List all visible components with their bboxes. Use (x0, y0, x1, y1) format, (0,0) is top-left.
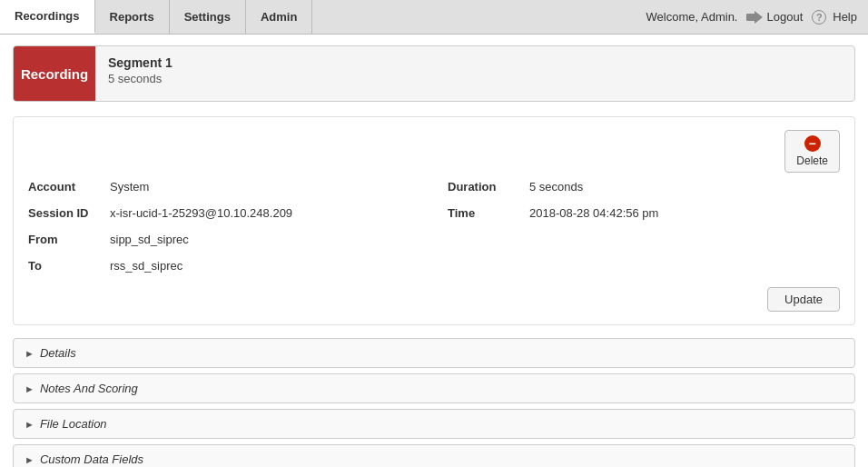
from-value: sipp_sd_siprec (110, 233, 189, 246)
session-id-value: x-isr-ucid-1-25293@10.10.248.209 (110, 206, 292, 220)
update-button[interactable]: Update (767, 287, 840, 312)
recording-thumb-label: Recording (21, 66, 88, 82)
segment-duration: 5 seconds (108, 72, 842, 85)
question-icon: ? (812, 10, 826, 25)
collapsible-notes-header[interactable]: ► Notes And Scoring (14, 374, 854, 402)
fields-left: Account System Session ID x-isr-ucid-1-2… (28, 180, 420, 273)
duration-field-row: Duration 5 seconds (448, 180, 840, 194)
chevron-right-icon-2: ► (25, 383, 35, 394)
recording-info: Segment 1 5 seconds (95, 46, 854, 101)
fields-grid: Account System Session ID x-isr-ucid-1-2… (28, 180, 840, 273)
collapsible-details: ► Details (13, 338, 855, 368)
collapsible-custom-data: ► Custom Data Fields (13, 444, 855, 467)
session-id-label: Session ID (28, 206, 101, 220)
nav-tabs: Recordings Reports Settings Admin (0, 0, 312, 34)
collapsible-details-header[interactable]: ► Details (14, 339, 854, 367)
recording-thumbnail: Recording (14, 46, 95, 101)
delete-button[interactable]: − Delete (784, 130, 840, 173)
collapsible-file-location-label: File Location (40, 417, 107, 431)
account-field-row: Account System (28, 180, 420, 194)
collapsible-custom-data-header[interactable]: ► Custom Data Fields (14, 445, 854, 467)
main-content: Recording Segment 1 5 seconds − Delete A… (0, 35, 868, 467)
to-label: To (28, 259, 101, 273)
duration-label: Duration (448, 180, 520, 194)
from-label: From (28, 233, 101, 246)
time-value: 2018-08-28 04:42:56 pm (529, 206, 658, 220)
collapsible-sections: ► Details ► Notes And Scoring ► File Loc… (13, 338, 855, 467)
collapsible-file-location: ► File Location (13, 409, 855, 439)
fields-right: Duration 5 seconds Time 2018-08-28 04:42… (448, 180, 840, 273)
tab-recordings[interactable]: Recordings (0, 0, 95, 34)
tab-reports[interactable]: Reports (95, 0, 170, 34)
account-value: System (110, 180, 149, 194)
chevron-right-icon: ► (25, 348, 35, 359)
collapsible-details-label: Details (40, 346, 76, 360)
detail-section: − Delete Account System Session ID x-isr… (13, 116, 855, 325)
collapsible-custom-data-label: Custom Data Fields (40, 452, 143, 466)
account-label: Account (28, 180, 101, 194)
top-navigation: Recordings Reports Settings Admin Welcom… (0, 0, 868, 35)
delete-icon: − (804, 135, 821, 152)
from-field-row: From sipp_sd_siprec (28, 233, 420, 246)
tab-settings[interactable]: Settings (170, 0, 246, 34)
session-id-field-row: Session ID x-isr-ucid-1-25293@10.10.248.… (28, 206, 420, 220)
to-value: rss_sd_siprec (110, 259, 182, 273)
to-field-row: To rss_sd_siprec (28, 259, 420, 273)
logout-button[interactable]: Logout (746, 10, 803, 24)
delete-label: Delete (796, 154, 828, 167)
logout-label: Logout (766, 10, 803, 24)
collapsible-file-location-header[interactable]: ► File Location (14, 410, 854, 438)
update-row: Update (28, 287, 840, 312)
top-nav-right: Welcome, Admin. Logout ? Help (636, 0, 868, 34)
key-icon (746, 11, 763, 24)
tab-admin[interactable]: Admin (246, 0, 312, 34)
chevron-right-icon-3: ► (25, 419, 35, 430)
welcome-text: Welcome, Admin. (646, 10, 738, 24)
help-label: Help (833, 10, 857, 24)
collapsible-notes-label: Notes And Scoring (40, 382, 138, 395)
time-label: Time (448, 206, 520, 220)
help-button[interactable]: ? Help (812, 10, 857, 25)
collapsible-notes: ► Notes And Scoring (13, 373, 855, 403)
recording-card: Recording Segment 1 5 seconds (13, 45, 855, 102)
segment-name: Segment 1 (108, 55, 842, 70)
duration-value: 5 seconds (529, 180, 583, 194)
svg-rect-0 (746, 14, 755, 21)
svg-marker-1 (755, 11, 763, 24)
chevron-right-icon-4: ► (25, 454, 35, 465)
logout-icon (746, 11, 763, 24)
time-field-row: Time 2018-08-28 04:42:56 pm (448, 206, 840, 220)
delete-row: − Delete (28, 130, 840, 173)
